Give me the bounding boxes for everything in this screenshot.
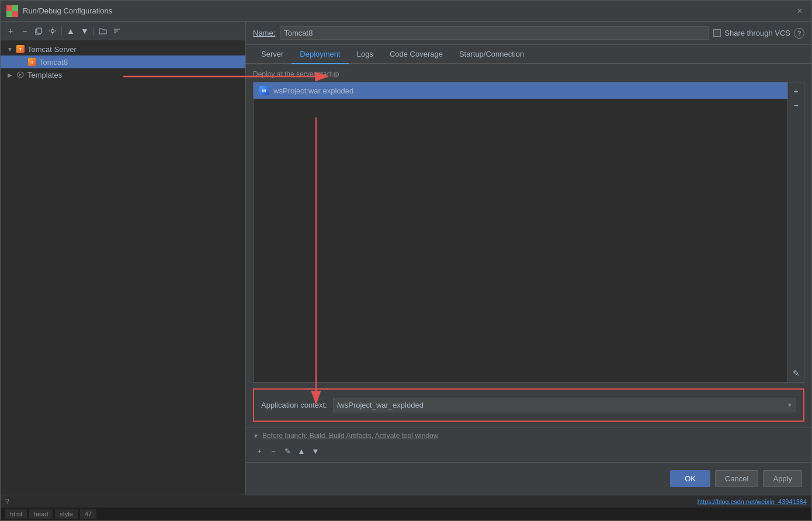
name-input[interactable] (280, 26, 709, 40)
help-button[interactable]: ? (5, 498, 9, 506)
browser-tab-47[interactable]: 47 (80, 509, 96, 519)
status-url[interactable]: https://blog.csdn.net/weixin_43941364 (698, 498, 807, 505)
browser-tab-html[interactable]: html (5, 509, 27, 519)
tree-templates-item[interactable]: ▶ Templates (1, 68, 245, 81)
svg-rect-2 (6, 11, 12, 17)
bl-remove-button[interactable]: − (267, 444, 280, 457)
app-context-label: Application context: (261, 401, 327, 409)
vcs-label: Share through VCS (724, 29, 790, 37)
app-context-select[interactable]: /wsProject_war_exploded / /wsProject (333, 398, 796, 412)
settings-button[interactable] (46, 25, 59, 37)
copy-button[interactable] (32, 25, 45, 37)
folder-button[interactable] (96, 25, 109, 37)
deploy-edit-button[interactable]: ✎ (790, 367, 803, 380)
move-up-button[interactable]: ▲ (64, 25, 77, 37)
bottom-button-bar: OK Cancel Apply (246, 462, 811, 495)
close-button[interactable]: × (794, 5, 806, 17)
tab-startup-connection[interactable]: Startup/Connection (451, 45, 532, 64)
browser-tab-head[interactable]: head (29, 509, 53, 519)
app-context-select-wrapper: /wsProject_war_exploded / /wsProject ▼ (333, 398, 796, 412)
tab-logs[interactable]: Logs (349, 45, 381, 64)
templates-icon (16, 70, 25, 79)
apply-button[interactable]: Apply (763, 470, 802, 487)
templates-toggle[interactable]: ▶ (5, 70, 15, 79)
deploy-list-side-buttons: + − ✎ (787, 82, 804, 382)
tab-deployment[interactable]: Deployment (292, 45, 348, 64)
svg-point-6 (51, 29, 54, 32)
ok-button[interactable]: OK (670, 470, 710, 487)
deploy-remove-button[interactable]: − (790, 99, 803, 112)
status-bar: ? https://blog.csdn.net/weixin_43941364 (1, 495, 811, 508)
bl-up-button[interactable]: ▲ (295, 444, 308, 457)
before-launch-header: ▼ Before launch: Build, Build Artifacts,… (253, 432, 804, 440)
right-panel: Name: Share through VCS ? Server Deploym… (246, 22, 811, 495)
title-bar-left: Run/Debug Configurations (6, 5, 112, 17)
name-label: Name: (253, 29, 275, 37)
add-button[interactable]: + (4, 25, 17, 37)
svg-rect-5 (37, 28, 41, 33)
before-launch-label[interactable]: Before launch: Build, Build Artifacts, A… (262, 432, 439, 440)
dialog-title: Run/Debug Configurations (23, 6, 112, 15)
deploy-item[interactable]: W wsProject:war exploded (254, 82, 787, 99)
left-panel: + − ▲ ▼ (1, 22, 246, 495)
bl-down-button[interactable]: ▼ (309, 444, 322, 457)
tab-code-coverage[interactable]: Code Coverage (381, 45, 451, 64)
vcs-help-button[interactable]: ? (794, 28, 804, 39)
deploy-at-startup-label: Deploy at the server startup (246, 64, 811, 82)
bl-add-button[interactable]: + (253, 444, 266, 457)
tomcat8-icon: T (27, 57, 37, 67)
deployment-tab-content: Deploy at the server startup W wsProject… (246, 64, 811, 495)
tree-tomcat8-item[interactable]: T Tomcat8 (1, 55, 245, 68)
browser-tabs: html head style 47 (1, 508, 811, 520)
templates-label: Templates (27, 71, 62, 79)
sort-button[interactable] (110, 25, 123, 37)
svg-rect-3 (12, 11, 18, 17)
tomcat-server-icon: T (16, 44, 25, 54)
war-icon: W (259, 86, 269, 95)
deploy-add-button[interactable]: + (790, 85, 803, 98)
tree-tomcat-server-group[interactable]: ▼ T Tomcat Server (1, 43, 245, 55)
before-launch-collapse-arrow[interactable]: ▼ (253, 433, 259, 439)
expand-toggle[interactable]: ▼ (5, 44, 15, 54)
tomcat-server-label: Tomcat Server (27, 45, 77, 54)
left-toolbar: + − ▲ ▼ (1, 22, 245, 40)
title-bar: Run/Debug Configurations × (1, 1, 811, 22)
browser-tab-style[interactable]: style (55, 509, 78, 519)
bl-edit-button[interactable]: ✎ (281, 444, 294, 457)
application-context-section: Application context: /wsProject_war_expl… (253, 388, 804, 422)
vcs-row: Share through VCS ? (713, 28, 804, 39)
move-down-button[interactable]: ▼ (78, 25, 91, 37)
empty-toggle (17, 57, 26, 67)
before-launch-toolbar: + − ✎ ▲ ▼ (253, 443, 804, 459)
svg-rect-0 (6, 5, 12, 11)
tab-server[interactable]: Server (253, 45, 292, 64)
app-icon (6, 5, 18, 17)
tomcat8-label: Tomcat8 (39, 58, 68, 67)
name-row: Name: Share through VCS ? (246, 22, 811, 45)
deploy-list-wrapper: W wsProject:war exploded + − ✎ (253, 82, 804, 383)
deploy-list: W wsProject:war exploded (254, 82, 787, 382)
configuration-tree: ▼ T Tomcat Server T (1, 40, 245, 495)
svg-rect-1 (12, 5, 18, 11)
cancel-button[interactable]: Cancel (715, 470, 758, 487)
before-launch-section: ▼ Before launch: Build, Build Artifacts,… (246, 428, 811, 462)
run-debug-dialog: Run/Debug Configurations × + − (0, 0, 812, 521)
main-content: + − ▲ ▼ (1, 22, 811, 495)
separator (61, 26, 62, 36)
tabs-bar: Server Deployment Logs Code Coverage Sta… (246, 45, 811, 64)
separator2 (93, 26, 94, 36)
remove-button[interactable]: − (18, 25, 31, 37)
deploy-item-label: wsProject:war exploded (273, 86, 353, 95)
vcs-checkbox[interactable] (713, 29, 721, 37)
